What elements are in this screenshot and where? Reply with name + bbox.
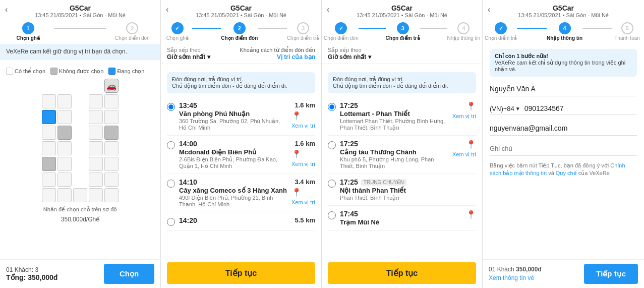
seat[interactable] bbox=[89, 110, 103, 124]
sort-dropdown-3[interactable]: Giờ sớm nhất ▾ bbox=[328, 53, 371, 61]
stop-dist: 3.4 km bbox=[295, 178, 315, 186]
phone-input[interactable] bbox=[524, 104, 637, 112]
email-field[interactable] bbox=[490, 121, 637, 136]
seat[interactable] bbox=[89, 188, 103, 202]
seat-empty bbox=[73, 141, 87, 155]
app-name-1: G5Car bbox=[6, 4, 154, 12]
stop-item[interactable]: 14:20 5.5 km bbox=[167, 212, 315, 231]
tiep-tuc-button-3[interactable]: Tiếp tục bbox=[328, 262, 476, 284]
panel4-notice: Chỉ còn 1 bước nữa! VeXeRe cam kết chỉ s… bbox=[490, 49, 637, 77]
step-circle-2: 2 bbox=[126, 22, 138, 34]
panel4-footer: 01 Khách 350,000đ Xem thông tin vé Tiếp … bbox=[483, 259, 644, 288]
back-button-1[interactable]: ‹ bbox=[5, 5, 8, 14]
stop-name: Trạm Mũi Né bbox=[340, 218, 462, 226]
panel3-notice: Đón đúng nơi, trả đúng vị trí. Chủ động … bbox=[328, 72, 476, 93]
stop-address: 2-6Bis Điện Biên Phủ, Phường Đa Kao, Quậ… bbox=[179, 156, 287, 169]
seat-selected[interactable] bbox=[42, 110, 56, 124]
step3-circle-1: ✓ bbox=[335, 22, 347, 34]
stop-radio[interactable] bbox=[167, 103, 175, 111]
name-field[interactable] bbox=[490, 82, 637, 96]
terms-link2[interactable]: Quy chế bbox=[556, 170, 577, 176]
seat[interactable] bbox=[104, 188, 119, 202]
seat[interactable] bbox=[104, 94, 119, 108]
stop-radio[interactable] bbox=[328, 141, 336, 149]
seat[interactable] bbox=[42, 126, 56, 140]
seat[interactable] bbox=[104, 157, 119, 171]
stop-item[interactable]: 17:25 Lottemart - Phan Thiết Lottemart P… bbox=[328, 97, 476, 136]
app-name-4: G5Car bbox=[489, 4, 638, 12]
view-map-link[interactable]: Xem vị trí bbox=[291, 199, 315, 205]
stop-info: 14:00 Mcdonald Điện Biên Phủ 2-6Bis Điện… bbox=[179, 140, 287, 169]
panel1-footer: 01 Khách: 3 Tổng: 350,000đ Chọn bbox=[0, 259, 160, 288]
footer-summary-4: 01 Khách 350,000đ bbox=[489, 266, 542, 273]
ghi-chu-input[interactable] bbox=[490, 142, 637, 156]
view-map-link[interactable]: Xem vị trí bbox=[291, 123, 315, 129]
notice-line2: Chủ động tìm điểm đón - dễ dàng đổi điểm… bbox=[172, 83, 310, 89]
seat[interactable] bbox=[89, 172, 103, 187]
phone-prefix[interactable]: (VN)+84 ▼ bbox=[490, 105, 520, 112]
back-button-3[interactable]: ‹ bbox=[327, 5, 329, 14]
panel-chon-diem-don: ‹ G5Car 13:45 21/05/2021 • Sài Gòn - Mũi… bbox=[161, 0, 322, 288]
seat[interactable] bbox=[104, 141, 119, 155]
stop-radio[interactable] bbox=[328, 180, 336, 188]
seat[interactable] bbox=[57, 172, 72, 187]
stop-item[interactable]: 14:00 Mcdonald Điện Biên Phủ 2-6Bis Điện… bbox=[167, 136, 315, 174]
stop-item[interactable]: 17:25 TRUNG CHUYẾN Nội thành Phan Thiết … bbox=[328, 174, 476, 206]
name-field-row bbox=[490, 82, 637, 96]
stop-item[interactable]: 14:10 Cây xăng Comeco số 3 Hàng Xanh 490… bbox=[167, 174, 315, 212]
sort-label-2: Sắp xếp theo bbox=[167, 47, 210, 53]
seat[interactable] bbox=[57, 94, 72, 108]
stop-radio[interactable] bbox=[328, 103, 336, 111]
step-circle-1: 1 bbox=[22, 22, 34, 34]
seat[interactable] bbox=[42, 94, 56, 108]
view-map-link[interactable]: Xem vị trí bbox=[291, 161, 315, 167]
footer-link-4[interactable]: Xem thông tin vé bbox=[489, 274, 534, 281]
distance-value-2: Vị trí của bạn bbox=[240, 53, 315, 61]
stop-address: Khu phố 5, Phường Hưng Long, Phan Thiết,… bbox=[340, 156, 448, 169]
stop-dist: 5.5 km bbox=[295, 216, 315, 224]
footer-guest-info: 01 Khách: 3 Tổng: 350,000đ bbox=[6, 266, 57, 281]
stop-radio[interactable] bbox=[167, 180, 175, 188]
seat[interactable] bbox=[42, 172, 56, 187]
seat[interactable] bbox=[104, 110, 119, 124]
step2-connector-1 bbox=[192, 28, 221, 29]
seat[interactable] bbox=[42, 141, 56, 155]
sort-dropdown-2[interactable]: Giờ sớm nhất ▾ bbox=[167, 53, 210, 61]
stop-item[interactable]: 13:45 Văn phòng Phú Nhuận 360 Trường Sa,… bbox=[167, 97, 315, 136]
stop-item[interactable]: 17:45 Trạm Mũi Né 📍 bbox=[328, 206, 476, 231]
chon-button[interactable]: Chọn bbox=[104, 264, 154, 284]
step4-circle-3: 5 bbox=[621, 22, 633, 34]
step2-circle-3: 3 bbox=[297, 22, 309, 34]
stop-info: 17:25 Cảng tàu Thương Chánh Khu phố 5, P… bbox=[340, 140, 448, 169]
seat[interactable] bbox=[89, 141, 103, 155]
map-pin-area: 📍 Xem vị trí bbox=[291, 149, 315, 168]
seat[interactable] bbox=[104, 172, 119, 187]
back-button-4[interactable]: ‹ bbox=[488, 5, 490, 14]
view-map-link[interactable]: Xem vị trí bbox=[452, 113, 476, 120]
back-button-2[interactable]: ‹ bbox=[166, 5, 168, 14]
seat[interactable] bbox=[57, 110, 72, 124]
stop-info: 14:20 bbox=[179, 216, 291, 224]
stop-info: 13:45 Văn phòng Phú Nhuận 360 Trường Sa,… bbox=[179, 101, 287, 131]
stop-right: 1.6 km 📍 Xem vị trí bbox=[291, 101, 315, 130]
tiep-tuc-button-2[interactable]: Tiếp tục bbox=[167, 262, 315, 284]
stop-item[interactable]: 17:25 Cảng tàu Thương Chánh Khu phố 5, P… bbox=[328, 136, 476, 174]
stop-address: Lottemart Phan Thiết, Phường Bình Hưng, … bbox=[340, 118, 448, 131]
terms-and: và bbox=[548, 170, 554, 176]
seat[interactable] bbox=[42, 188, 56, 202]
seat[interactable] bbox=[89, 126, 103, 140]
seat[interactable] bbox=[73, 188, 87, 202]
seat[interactable] bbox=[57, 188, 72, 202]
seat[interactable] bbox=[57, 157, 72, 171]
view-map-link[interactable]: Xem vị trí bbox=[452, 151, 476, 158]
sort-left-3: Sắp xếp theo Giờ sớm nhất ▾ bbox=[328, 47, 371, 61]
stop-radio[interactable] bbox=[167, 141, 175, 149]
stop-radio[interactable] bbox=[167, 218, 175, 226]
seat[interactable] bbox=[89, 94, 103, 108]
terms-text: Bằng việc bấm nút Tiếp Tục, bạn đã đồng … bbox=[490, 162, 637, 178]
seat-empty bbox=[73, 126, 87, 140]
seat[interactable] bbox=[89, 157, 103, 171]
seat[interactable] bbox=[57, 141, 72, 155]
tiep-tuc-button-4[interactable]: Tiếp tục bbox=[584, 264, 638, 284]
stop-radio[interactable] bbox=[328, 211, 336, 219]
